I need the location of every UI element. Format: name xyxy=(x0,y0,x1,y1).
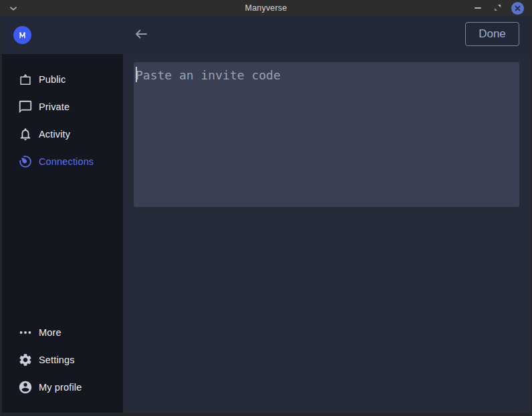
sidebar-item-label: More xyxy=(39,327,61,338)
restore-window-icon xyxy=(494,2,501,14)
close-icon xyxy=(515,2,521,14)
network-icon xyxy=(17,154,33,170)
manyverse-logo-icon xyxy=(13,26,31,44)
sidebar-spacer xyxy=(2,175,123,319)
sidebar-bottom-group: More Settings xyxy=(2,319,123,413)
account-circle-icon xyxy=(17,379,33,395)
sidebar-item-label: Private xyxy=(39,101,70,112)
sidebar-item-activity[interactable]: Activity xyxy=(2,120,123,148)
app-root: Done Public xyxy=(2,16,530,413)
sidebar-item-settings[interactable]: Settings xyxy=(2,346,123,373)
message-bubble-icon xyxy=(17,99,33,115)
sidebar-item-more[interactable]: More xyxy=(2,319,123,346)
sidebar: Public Private A xyxy=(2,54,123,413)
sidebar-item-public[interactable]: Public xyxy=(2,65,123,93)
window-title: Manyverse xyxy=(0,0,532,16)
back-button[interactable] xyxy=(132,26,150,45)
sidebar-item-label: My profile xyxy=(39,382,82,393)
window-controls xyxy=(473,0,524,16)
app-body: Public Private A xyxy=(2,54,530,413)
bulletin-board-icon xyxy=(17,71,33,87)
sidebar-item-label: Connections xyxy=(39,156,94,167)
minimize-button[interactable] xyxy=(473,3,483,13)
sidebar-item-label: Settings xyxy=(39,355,75,365)
main-content xyxy=(123,54,530,413)
sidebar-item-label: Public xyxy=(39,74,65,85)
close-button[interactable] xyxy=(511,2,524,15)
manyverse-window: Manyverse xyxy=(0,0,532,416)
ellipsis-icon xyxy=(17,325,33,341)
os-titlebar: Manyverse xyxy=(0,0,532,16)
invite-code-input[interactable] xyxy=(134,62,519,207)
sidebar-item-my-profile[interactable]: My profile xyxy=(2,373,123,401)
gear-icon xyxy=(17,352,33,368)
minimize-icon xyxy=(475,7,481,9)
sidebar-item-connections[interactable]: Connections xyxy=(2,148,123,175)
sidebar-item-private[interactable]: Private xyxy=(2,93,123,120)
sidebar-item-label: Activity xyxy=(39,129,70,140)
app-header: Done xyxy=(2,16,530,54)
done-button[interactable]: Done xyxy=(465,22,519,46)
restore-window-button[interactable] xyxy=(492,3,503,13)
chevron-down-icon xyxy=(9,2,17,14)
bell-icon xyxy=(17,126,33,142)
window-menu-button[interactable] xyxy=(9,3,18,13)
arrow-left-icon xyxy=(134,29,148,42)
